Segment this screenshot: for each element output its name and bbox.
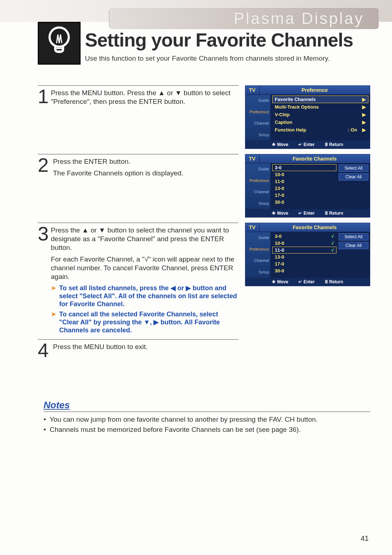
step-2-text: Press the ENTER button. The Favorite Cha…	[53, 157, 183, 181]
ch-13-0[interactable]: 13-0	[272, 254, 336, 260]
menu-function-help[interactable]: Function Help : On ▶	[272, 126, 368, 134]
check-icon: √	[331, 247, 334, 253]
tip-arrow-icon: ➤	[51, 310, 56, 334]
ch-11-0[interactable]: 11-0√	[272, 247, 336, 254]
step-2: 2 Press the ENTER button. The Favorite C…	[38, 154, 370, 218]
menu-favorite-channels[interactable]: Favorite Channels▶	[272, 96, 368, 103]
ch-30-0[interactable]: 30-0	[272, 267, 336, 274]
step-num-2: 2	[38, 157, 51, 173]
step-1: 1 Press the MENU button. Press the ▲ or …	[38, 85, 370, 149]
osd-title: Preference	[260, 86, 370, 94]
ch-3-0[interactable]: 3-0	[272, 164, 336, 171]
osd-fav-2: TV Favorite Channels Guide Preference Ch…	[245, 223, 370, 286]
step-num-4: 4	[38, 342, 51, 358]
ch-11-0[interactable]: 11-0	[272, 178, 336, 185]
select-all-button[interactable]: Select All	[339, 233, 368, 240]
side-preference: Preference	[245, 106, 270, 118]
tip-arrow-icon: ➤	[51, 284, 56, 308]
step-1-text: Press the MENU button. Press the ▲ or ▼ …	[51, 88, 238, 109]
ch-3-0[interactable]: 3-0√	[272, 233, 336, 240]
select-all-button[interactable]: Select All	[339, 165, 368, 172]
step-num-3: 3	[38, 225, 49, 242]
ch-17-0[interactable]: 17-0	[272, 260, 336, 267]
step-num-1: 1	[38, 88, 49, 105]
page-number: 41	[361, 534, 369, 543]
side-guide: Guide	[245, 95, 270, 106]
notes-section: Notes You can now jump from one favorite…	[44, 400, 370, 436]
osd-preference: TV Preference Guide Preference Channel S…	[245, 85, 370, 149]
ch-10-0[interactable]: 10-0	[272, 171, 336, 178]
step-4: 4 Press the MENU button to exit.	[38, 339, 370, 358]
brand-text: Plasma Display	[234, 9, 364, 28]
check-icon: √	[331, 234, 334, 239]
ch-30-0[interactable]: 30-0	[272, 199, 336, 206]
svg-point-0	[50, 28, 69, 47]
ch-10-0[interactable]: 10-0√	[272, 240, 336, 247]
tip-2: ➤ To cancel all the selected Favorite Ch…	[51, 310, 238, 334]
osd-fav-1: TV Favorite Channels Guide Preference Ch…	[245, 154, 370, 218]
osd-footer: ✥Move ↵Enter ⅢReturn	[245, 141, 370, 149]
tip-1: ➤ To set all listed channels, press the …	[51, 284, 238, 308]
menu-multi-track[interactable]: Multi-Track Options▶	[272, 103, 368, 111]
brand-banner: Plasma Display	[109, 8, 379, 29]
clear-all-button[interactable]: Clear All	[339, 173, 368, 181]
menu-vchip[interactable]: V-Chip▶	[272, 111, 368, 118]
page-title: Setting your Favorite Channels	[85, 29, 353, 51]
page-subtitle: Use this function to set your Favorite C…	[85, 54, 330, 62]
bulb-icon	[38, 22, 81, 65]
side-channel: Channel	[245, 118, 270, 129]
ch-17-0[interactable]: 17-0	[272, 192, 336, 199]
step-3-text: Press the ▲ or ▼ button to select the ch…	[51, 225, 238, 334]
ch-13-0[interactable]: 13-0	[272, 185, 336, 192]
osd-tv-label: TV	[245, 86, 260, 94]
check-icon: √	[331, 240, 334, 246]
note-2: Channels must be memorized before Favori…	[44, 426, 370, 434]
content: 1 Press the MENU button. Press the ▲ or …	[38, 85, 370, 364]
step-3: 3 Press the ▲ or ▼ button to select the …	[38, 223, 370, 334]
menu-caption[interactable]: Caption▶	[272, 118, 368, 126]
side-setup: Setup	[245, 129, 270, 141]
note-1: You can now jump from one favorite chann…	[44, 416, 370, 424]
clear-all-button[interactable]: Clear All	[339, 242, 368, 249]
notes-heading: Notes	[44, 400, 370, 412]
step-4-text: Press the MENU button to exit.	[53, 342, 148, 354]
